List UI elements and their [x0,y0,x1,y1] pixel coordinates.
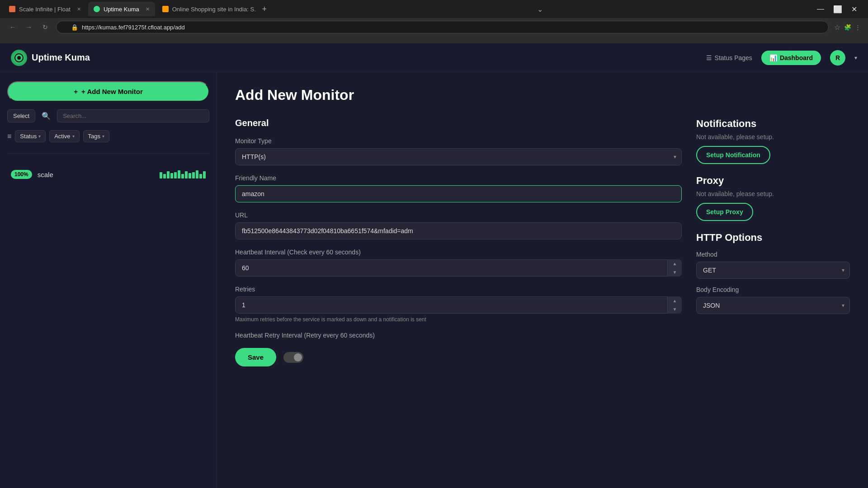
tags-filter-label: Tags [88,133,100,140]
page-title: Add New Monitor [235,87,850,103]
sidebar: + + Add New Monitor Select 🔍 ≡ Status ▾ … [0,72,217,488]
tab-close-2[interactable]: ✕ [143,6,150,12]
tab-amazon[interactable]: Online Shopping site in India: S… ✕ [157,2,256,16]
tags-caret-icon: ▾ [102,134,104,139]
tags-filter[interactable]: Tags ▾ [83,130,109,142]
menu-icon[interactable]: ⋮ [855,24,861,31]
forward-button[interactable]: → [24,22,34,33]
bookmark-icon[interactable]: ☆ [834,23,840,32]
tab-label-1: Scale Infinite | Float [19,6,71,13]
active-filter-label: Active [54,133,70,140]
proxy-desc: Not available, please setup. [696,190,850,197]
method-select-wrapper: GET POST PUT DELETE ▾ [696,262,850,279]
body-encoding-select-wrapper: JSON XML None ▾ [696,297,850,314]
body-encoding-select[interactable]: JSON XML None [696,297,850,314]
avatar-caret-icon[interactable]: ▾ [854,55,857,61]
url-label: URL [235,211,682,219]
body-encoding-group: Body Encoding JSON XML None ▾ [696,286,850,314]
filter-row: ≡ Status ▾ Active ▾ Tags ▾ [7,130,209,142]
dashboard-icon: 📊 [769,54,777,61]
notifications-title: Notifications [696,118,850,130]
setup-proxy-button[interactable]: Setup Proxy [696,203,753,221]
heartbeat-retry-label: Heartbeat Retry Interval (Retry every 60… [235,332,682,339]
notifications-section: Notifications Not available, please setu… [696,118,850,164]
heartbeat-interval-input[interactable] [235,259,682,277]
heartbeat-interval-label: Heartbeat Interval (Check every 60 secon… [235,249,682,256]
monitor-item-scale[interactable]: 100% scale [7,164,209,184]
heartbeat-interval-wrapper: ▲ ▼ [235,259,682,277]
dashboard-button[interactable]: 📊 Dashboard [761,51,821,65]
close-button[interactable]: ✕ [851,5,857,14]
setup-notification-button[interactable]: Setup Notification [696,146,770,164]
heartbeat-spin-up[interactable]: ▲ [668,259,682,268]
body-encoding-label: Body Encoding [696,286,850,293]
tab-favicon-3 [162,6,169,12]
reload-button[interactable]: ↻ [40,22,51,33]
status-filter-label: Status [20,133,37,140]
friendly-name-input[interactable] [235,185,682,202]
monitor-type-select-wrapper: HTTP(s) ▾ [235,148,682,165]
list-menu-icon[interactable]: ≡ [7,132,11,141]
address-icons: ☆ 🧩 ⋮ [834,23,861,32]
hb-bar-4 [170,173,173,178]
filter-bar: Select 🔍 [7,109,209,123]
address-input[interactable]: 🔒 https://kumas.fef791275f.cfloat.app/ad… [56,21,829,33]
tab-overflow-icon[interactable]: ⌄ [533,5,547,14]
plus-icon: + [74,88,78,95]
status-pages-button[interactable]: ☰ Status Pages [706,54,752,61]
retries-spin-down[interactable]: ▼ [668,305,682,314]
retries-input[interactable] [235,296,682,314]
logo-icon [11,50,27,66]
logo-svg [14,53,24,63]
minimize-button[interactable]: — [817,5,824,14]
save-bar: Save [235,348,682,366]
active-toggle[interactable] [283,352,303,363]
proxy-section: Proxy Not available, please setup. Setup… [696,175,850,221]
method-label: Method [696,251,850,258]
general-section-title: General [235,118,682,128]
maximize-button[interactable]: ⬜ [833,5,842,14]
hb-bar-7 [181,174,184,178]
form-grid: General Monitor Type HTTP(s) ▾ Fr [235,118,850,366]
status-filter[interactable]: Status ▾ [15,130,46,142]
svg-point-1 [17,56,21,60]
tab-label-2: Uptime Kuma [104,6,139,13]
status-pages-label: Status Pages [715,54,752,61]
retries-hint: Maximum retries before the service is ma… [235,316,682,323]
search-icon[interactable]: 🔍 [39,109,53,123]
extensions-icon[interactable]: 🧩 [844,24,851,31]
avatar-initials: R [835,54,840,61]
http-options-title: HTTP Options [696,232,850,244]
retries-group: Retries ▲ ▼ Maximum retries before the s… [235,286,682,323]
security-lock-icon: 🔒 [71,24,78,31]
tab-close-1[interactable]: ✕ [74,6,81,12]
heartbeat-spin-down[interactable]: ▼ [668,268,682,277]
user-avatar-button[interactable]: R [830,50,845,66]
search-input[interactable] [57,109,209,122]
hb-bar-12 [199,174,202,178]
retries-spin-up[interactable]: ▲ [668,296,682,305]
save-button[interactable]: Save [235,348,276,366]
tab-label-3: Online Shopping site in India: S… [172,6,256,13]
back-button[interactable]: ← [7,22,18,33]
url-input[interactable] [235,222,682,239]
method-select[interactable]: GET POST PUT DELETE [696,262,850,279]
monitor-name: scale [38,171,53,178]
hb-bar-10 [192,172,195,178]
hb-bar-5 [174,172,177,178]
monitor-type-select[interactable]: HTTP(s) [235,148,682,165]
monitor-type-label: Monitor Type [235,137,682,145]
add-monitor-button[interactable]: + + Add New Monitor [7,81,209,102]
friendly-name-label: Friendly Name [235,174,682,182]
tab-uptime-kuma[interactable]: Uptime Kuma ✕ [88,2,155,16]
logo-area: Uptime Kuma [11,50,90,66]
browser-chrome: Scale Infinite | Float ✕ Uptime Kuma ✕ O… [0,0,868,43]
hb-bar-2 [163,174,166,178]
top-nav: Uptime Kuma ☰ Status Pages 📊 Dashboard R… [0,43,868,72]
active-filter[interactable]: Active ▾ [49,130,79,142]
tab-scale-infinite[interactable]: Scale Infinite | Float ✕ [4,2,86,16]
select-dropdown[interactable]: Select [7,109,35,122]
hb-bar-13 [203,171,206,178]
new-tab-button[interactable]: + [258,3,271,15]
sidebar-divider [7,153,209,154]
